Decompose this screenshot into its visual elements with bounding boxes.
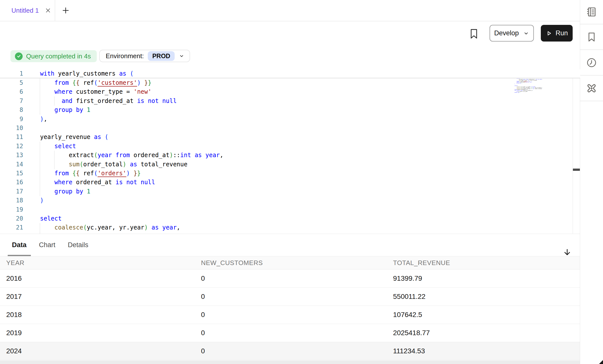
line-number: 18 xyxy=(0,196,23,205)
code-line[interactable]: 10 xyxy=(0,124,580,133)
bookmark-icon xyxy=(586,31,597,43)
line-number: 14 xyxy=(0,160,23,169)
line-number: 5 xyxy=(0,78,23,88)
line-number: 19 xyxy=(0,205,23,214)
lineage-icon xyxy=(586,82,598,94)
table-cell: 2017 xyxy=(6,288,22,306)
line-number: 17 xyxy=(0,187,23,196)
code-line[interactable]: 14 sum(order_total) as total_revenue xyxy=(0,160,580,169)
tab-details[interactable]: Details xyxy=(68,234,89,256)
table-cell: 107642.5 xyxy=(393,306,422,324)
table-row: 20170550011.22 xyxy=(0,288,580,306)
query-status-badge: Query completed in 4s xyxy=(10,50,97,62)
history-icon xyxy=(586,57,597,68)
column-header: TOTAL_REVENUE xyxy=(393,256,450,270)
code-line[interactable]: 20select xyxy=(0,214,580,223)
code-line[interactable]: 12 select xyxy=(0,142,580,151)
table-cell: 0 xyxy=(201,270,205,287)
code-line[interactable]: 19 xyxy=(0,205,580,214)
line-number: 6 xyxy=(0,87,23,96)
table-row: 201902025418.77 xyxy=(0,324,580,342)
column-header: NEW_CUSTOMERS xyxy=(201,256,263,270)
table-cell: 0 xyxy=(201,342,205,360)
play-icon xyxy=(546,30,553,37)
code-line[interactable]: 17 group by 1 xyxy=(0,187,580,196)
sidebar-item-lineage[interactable] xyxy=(580,76,603,101)
code-line[interactable]: 16 where ordered_at is not null xyxy=(0,178,580,187)
line-number: 9 xyxy=(0,115,23,124)
notebook-icon xyxy=(586,6,597,18)
code-line[interactable]: 7 and first_ordered_at is not null xyxy=(0,96,580,106)
code-line[interactable]: 5 from {{ ref('customers') }} xyxy=(0,78,580,88)
tab-untitled-1[interactable]: Untitled 1 xyxy=(0,0,55,21)
table-cell: 0 xyxy=(201,288,205,306)
app-window: Untitled 1 Develop xyxy=(0,0,603,364)
line-number: 20 xyxy=(0,214,23,223)
code-editor[interactable]: 5 from {{ ref('customers') }}6 where cus… xyxy=(0,69,580,234)
environment-label: Environment: xyxy=(106,52,144,60)
table-cell: 2025418.77 xyxy=(393,324,430,342)
bookmark-icon xyxy=(468,28,479,40)
line-number: 13 xyxy=(0,151,23,160)
environment-value-chip: PROD xyxy=(148,51,175,61)
plus-icon xyxy=(61,6,70,15)
line-number: 7 xyxy=(0,96,23,106)
code-line[interactable]: 21 coalesce(yc.year, yr.year) as year, xyxy=(0,223,580,232)
tab-bar: Untitled 1 xyxy=(0,0,580,21)
check-circle-icon xyxy=(15,52,23,60)
line-number: 8 xyxy=(0,105,23,115)
tab-label: Untitled 1 xyxy=(11,7,39,14)
line-number: 21 xyxy=(0,223,23,232)
develop-label: Develop xyxy=(494,29,519,37)
main-panel: Untitled 1 Develop xyxy=(0,0,580,364)
line-number: 11 xyxy=(0,133,23,142)
run-label: Run xyxy=(555,29,568,37)
table-cell: 2019 xyxy=(6,324,22,342)
table-cell: 2016 xyxy=(6,270,22,287)
environment-selector[interactable]: Environment: PROD xyxy=(99,50,190,62)
develop-dropdown[interactable]: Develop xyxy=(490,25,534,42)
code-line[interactable]: 13 extract(year from ordered_at)::int as… xyxy=(0,151,580,160)
chevron-down-icon xyxy=(179,53,185,59)
code-line[interactable]: 18) xyxy=(0,196,580,205)
table-cell: 0 xyxy=(201,306,205,324)
code-line[interactable]: 8 group by 1 xyxy=(0,105,580,115)
table-row: 2016091399.79 xyxy=(0,270,580,288)
table-cell: 550011.22 xyxy=(393,288,425,306)
sidebar-item-history[interactable] xyxy=(580,50,603,76)
query-status-text: Query completed in 4s xyxy=(26,52,91,60)
tab-chart[interactable]: Chart xyxy=(39,234,55,256)
editor-minimap[interactable]: with yearly_customers as ( select extrac… xyxy=(514,69,564,207)
sidebar-item-notebook[interactable] xyxy=(580,0,603,24)
tab-data[interactable]: Data xyxy=(12,234,27,256)
table-cell: 91399.79 xyxy=(393,270,422,287)
bookmark-button[interactable] xyxy=(468,28,479,40)
cursor-artifact xyxy=(599,360,603,364)
code-line[interactable]: 15 from {{ ref('orders') }} xyxy=(0,169,580,178)
results-tab-bar: DataChartDetails xyxy=(12,234,88,256)
table-cell: 111234.53 xyxy=(393,342,425,360)
table-cell: 2024 xyxy=(6,342,22,360)
run-button[interactable]: Run xyxy=(541,25,573,42)
table-header-row: YEARNEW_CUSTOMERSTOTAL_REVENUE xyxy=(0,256,580,270)
code-line[interactable]: 11yearly_revenue as ( xyxy=(0,133,580,142)
new-tab-button[interactable] xyxy=(58,0,74,21)
line-number: 16 xyxy=(0,178,23,187)
table-row: 20180107642.5 xyxy=(0,306,580,324)
table-scroll-strip[interactable] xyxy=(0,361,580,364)
code-line[interactable]: 9), xyxy=(0,115,580,124)
sidebar-item-bookmarks[interactable] xyxy=(580,24,603,50)
sticky-scroll-line[interactable]: 1with yearly_customers as ( xyxy=(0,69,580,78)
editor-scrollbar[interactable] xyxy=(573,69,580,234)
table-row: 20240111234.53 xyxy=(0,342,580,360)
table-cell: 2018 xyxy=(6,306,22,324)
table-cell: 0 xyxy=(201,324,205,342)
line-number: 10 xyxy=(0,124,23,133)
table-body: 2016091399.7920170550011.2220180107642.5… xyxy=(0,270,580,360)
column-header: YEAR xyxy=(6,256,24,270)
close-icon[interactable] xyxy=(44,7,52,14)
line-number: 12 xyxy=(0,142,23,151)
line-number: 15 xyxy=(0,169,23,178)
chevron-down-icon xyxy=(523,30,529,37)
code-line[interactable]: 6 where customer_type = 'new' xyxy=(0,87,580,96)
